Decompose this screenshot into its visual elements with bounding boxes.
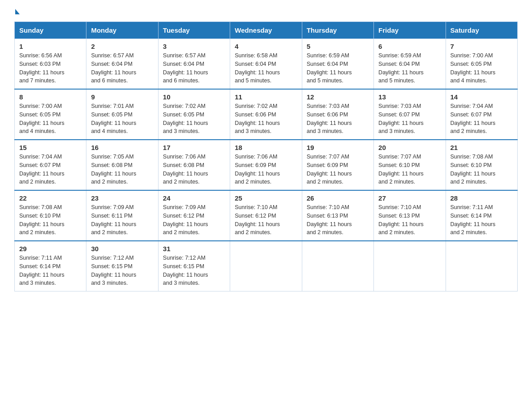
day-info: Sunrise: 7:06 AMSunset: 6:08 PMDaylight:… [163,154,208,185]
day-number: 3 [163,43,225,50]
calendar-cell: 12Sunrise: 7:03 AMSunset: 6:06 PMDayligh… [302,89,373,140]
calendar-cell: 23Sunrise: 7:09 AMSunset: 6:11 PMDayligh… [86,190,158,241]
header-cell-friday: Friday [374,22,446,39]
calendar-cell: 6Sunrise: 6:59 AMSunset: 6:04 PMDaylight… [374,39,446,90]
day-number: 9 [91,93,153,101]
calendar-cell [230,241,302,291]
calendar-cell: 30Sunrise: 7:12 AMSunset: 6:15 PMDayligh… [86,241,158,291]
day-number: 29 [19,245,82,253]
calendar-cell [302,241,373,291]
day-number: 25 [235,194,297,202]
calendar-cell: 13Sunrise: 7:03 AMSunset: 6:07 PMDayligh… [374,89,446,140]
header-cell-tuesday: Tuesday [158,22,230,39]
calendar-cell: 9Sunrise: 7:01 AMSunset: 6:05 PMDaylight… [86,89,158,140]
day-number: 19 [307,144,369,151]
day-number: 26 [307,194,369,202]
day-number: 30 [91,245,153,253]
calendar-cell: 1Sunrise: 6:56 AMSunset: 6:03 PMDaylight… [15,39,86,90]
day-info: Sunrise: 7:12 AMSunset: 6:15 PMDaylight:… [91,255,136,286]
calendar-week-row: 29Sunrise: 7:11 AMSunset: 6:14 PMDayligh… [15,241,518,291]
day-number: 11 [235,93,297,101]
day-info: Sunrise: 7:09 AMSunset: 6:12 PMDaylight:… [163,204,208,235]
day-info: Sunrise: 7:04 AMSunset: 6:07 PMDaylight:… [450,103,496,134]
calendar-cell: 18Sunrise: 7:06 AMSunset: 6:09 PMDayligh… [230,140,302,190]
calendar-cell: 17Sunrise: 7:06 AMSunset: 6:08 PMDayligh… [158,140,230,190]
day-number: 31 [163,245,225,253]
day-number: 27 [378,194,441,202]
day-info: Sunrise: 7:02 AMSunset: 6:06 PMDaylight:… [235,103,280,134]
calendar-week-row: 1Sunrise: 6:56 AMSunset: 6:03 PMDaylight… [15,39,518,90]
day-info: Sunrise: 7:08 AMSunset: 6:10 PMDaylight:… [19,204,64,235]
calendar-week-row: 22Sunrise: 7:08 AMSunset: 6:10 PMDayligh… [15,190,518,241]
day-info: Sunrise: 7:07 AMSunset: 6:10 PMDaylight:… [378,154,424,185]
day-number: 23 [91,194,153,202]
day-number: 20 [378,144,441,151]
day-number: 12 [307,93,369,101]
calendar-cell: 14Sunrise: 7:04 AMSunset: 6:07 PMDayligh… [446,89,517,140]
day-number: 21 [450,144,513,151]
calendar-cell: 10Sunrise: 7:02 AMSunset: 6:05 PMDayligh… [158,89,230,140]
day-info: Sunrise: 7:10 AMSunset: 6:12 PMDaylight:… [235,204,280,235]
calendar-cell: 19Sunrise: 7:07 AMSunset: 6:09 PMDayligh… [302,140,373,190]
day-number: 7 [450,43,513,50]
calendar-cell: 20Sunrise: 7:07 AMSunset: 6:10 PMDayligh… [374,140,446,190]
day-info: Sunrise: 7:08 AMSunset: 6:10 PMDaylight:… [450,154,496,185]
day-info: Sunrise: 7:00 AMSunset: 6:05 PMDaylight:… [19,103,64,134]
calendar-cell: 2Sunrise: 6:57 AMSunset: 6:04 PMDaylight… [86,39,158,90]
day-info: Sunrise: 7:04 AMSunset: 6:07 PMDaylight:… [19,154,64,185]
day-info: Sunrise: 7:03 AMSunset: 6:06 PMDaylight:… [307,103,352,134]
day-number: 13 [378,93,441,101]
day-info: Sunrise: 7:12 AMSunset: 6:15 PMDaylight:… [163,255,208,286]
day-info: Sunrise: 7:10 AMSunset: 6:13 PMDaylight:… [307,204,352,235]
calendar-cell: 29Sunrise: 7:11 AMSunset: 6:14 PMDayligh… [15,241,86,291]
day-info: Sunrise: 7:01 AMSunset: 6:05 PMDaylight:… [91,103,136,134]
header-cell-sunday: Sunday [15,22,86,39]
day-number: 8 [19,93,82,101]
calendar-cell: 27Sunrise: 7:10 AMSunset: 6:13 PMDayligh… [374,190,446,241]
calendar-cell [374,241,446,291]
day-info: Sunrise: 7:00 AMSunset: 6:05 PMDaylight:… [450,52,496,84]
day-info: Sunrise: 7:09 AMSunset: 6:11 PMDaylight:… [91,204,136,235]
day-info: Sunrise: 7:07 AMSunset: 6:09 PMDaylight:… [307,154,352,185]
day-number: 1 [19,43,82,50]
day-info: Sunrise: 6:59 AMSunset: 6:04 PMDaylight:… [378,52,424,84]
calendar-cell [446,241,517,291]
header-cell-thursday: Thursday [302,22,373,39]
header-cell-wednesday: Wednesday [230,22,302,39]
calendar-week-row: 15Sunrise: 7:04 AMSunset: 6:07 PMDayligh… [15,140,518,190]
day-info: Sunrise: 6:56 AMSunset: 6:03 PMDaylight:… [19,52,64,84]
day-number: 16 [91,144,153,151]
day-number: 15 [19,144,82,151]
logo [14,11,20,14]
day-info: Sunrise: 7:06 AMSunset: 6:09 PMDaylight:… [235,154,280,185]
header-cell-monday: Monday [86,22,158,39]
day-info: Sunrise: 7:11 AMSunset: 6:14 PMDaylight:… [19,255,64,286]
calendar-cell: 25Sunrise: 7:10 AMSunset: 6:12 PMDayligh… [230,190,302,241]
day-number: 17 [163,144,225,151]
calendar-cell: 24Sunrise: 7:09 AMSunset: 6:12 PMDayligh… [158,190,230,241]
day-number: 10 [163,93,225,101]
day-info: Sunrise: 6:58 AMSunset: 6:04 PMDaylight:… [235,52,280,84]
logo-triangle-icon [15,9,20,14]
day-info: Sunrise: 6:59 AMSunset: 6:04 PMDaylight:… [307,52,352,84]
day-info: Sunrise: 7:05 AMSunset: 6:08 PMDaylight:… [91,154,136,185]
day-number: 22 [19,194,82,202]
day-info: Sunrise: 6:57 AMSunset: 6:04 PMDaylight:… [163,52,208,84]
day-number: 28 [450,194,513,202]
day-info: Sunrise: 6:57 AMSunset: 6:04 PMDaylight:… [91,52,136,84]
calendar-cell: 15Sunrise: 7:04 AMSunset: 6:07 PMDayligh… [15,140,86,190]
day-number: 24 [163,194,225,202]
calendar-cell: 7Sunrise: 7:00 AMSunset: 6:05 PMDaylight… [446,39,517,90]
calendar-table: SundayMondayTuesdayWednesdayThursdayFrid… [14,21,518,291]
day-info: Sunrise: 7:03 AMSunset: 6:07 PMDaylight:… [378,103,424,134]
calendar-cell: 4Sunrise: 6:58 AMSunset: 6:04 PMDaylight… [230,39,302,90]
day-info: Sunrise: 7:02 AMSunset: 6:05 PMDaylight:… [163,103,208,134]
day-number: 18 [235,144,297,151]
day-number: 14 [450,93,513,101]
calendar-cell: 11Sunrise: 7:02 AMSunset: 6:06 PMDayligh… [230,89,302,140]
day-info: Sunrise: 7:10 AMSunset: 6:13 PMDaylight:… [378,204,424,235]
calendar-header-row: SundayMondayTuesdayWednesdayThursdayFrid… [15,22,518,39]
calendar-cell: 28Sunrise: 7:11 AMSunset: 6:14 PMDayligh… [446,190,517,241]
calendar-cell: 31Sunrise: 7:12 AMSunset: 6:15 PMDayligh… [158,241,230,291]
calendar-cell: 22Sunrise: 7:08 AMSunset: 6:10 PMDayligh… [15,190,86,241]
